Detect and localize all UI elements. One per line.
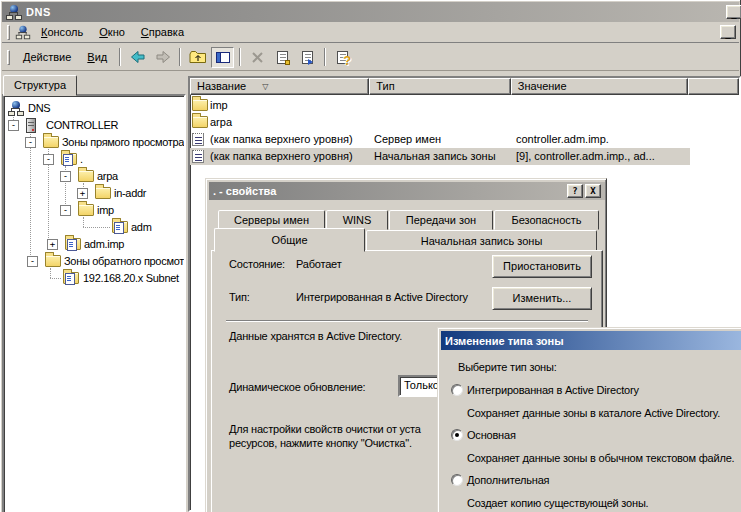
column-header-name[interactable]: Название ▽ bbox=[190, 78, 369, 95]
cell-name: imp bbox=[210, 97, 368, 113]
dialog-help-button[interactable]: ? bbox=[567, 184, 583, 198]
option-label-primary[interactable]: Основная bbox=[467, 428, 516, 442]
tree-item-label: Зоны прямого просмотра bbox=[62, 134, 184, 150]
menubar-gripper[interactable] bbox=[7, 25, 10, 40]
help-icon: ? bbox=[337, 51, 348, 64]
properties-button[interactable] bbox=[271, 47, 294, 68]
tab-name-servers[interactable]: Серверы имен bbox=[218, 210, 325, 230]
tree-expander[interactable]: - bbox=[60, 171, 71, 182]
zone-folder-icon bbox=[61, 153, 77, 165]
minimize-button[interactable]: _ bbox=[726, 5, 741, 19]
option-label-ad-integrated[interactable]: Интегрированная в Active Directory bbox=[467, 383, 639, 397]
up-one-level-icon bbox=[189, 50, 207, 64]
console-tree-panel: DNS - CONTROLLER - Зоны прямого просмотр… bbox=[2, 94, 186, 512]
toolbar-separator bbox=[119, 48, 121, 66]
tree-item-dns[interactable]: DNS bbox=[4, 100, 184, 117]
cell-name: arpa bbox=[210, 114, 368, 130]
forward-button[interactable] bbox=[151, 47, 174, 68]
tab-general[interactable]: Общие bbox=[214, 228, 365, 252]
menu-bar: Консоль Окно Справка _ bbox=[2, 22, 739, 43]
column-header-value[interactable]: Значение bbox=[511, 78, 688, 95]
menu-view[interactable]: Вид bbox=[79, 49, 115, 65]
menu-window[interactable]: Окно bbox=[91, 24, 133, 40]
folder-icon bbox=[78, 204, 94, 216]
tree-item-adm[interactable]: adm bbox=[4, 219, 184, 236]
tree-expander[interactable]: - bbox=[60, 205, 71, 216]
action-toolbar: Действие Вид ? bbox=[2, 44, 739, 71]
radio-primary[interactable] bbox=[451, 429, 463, 441]
tree-item-label: adm bbox=[131, 219, 152, 235]
tree-item-label: CONTROLLER bbox=[46, 117, 118, 133]
export-list-button[interactable] bbox=[296, 47, 319, 68]
tab-security[interactable]: Безопасность bbox=[494, 210, 599, 230]
list-row-arpa[interactable]: arpa bbox=[190, 114, 690, 131]
tab-wins[interactable]: WINS bbox=[326, 210, 388, 230]
back-button[interactable] bbox=[126, 47, 149, 68]
change-type-button[interactable]: Изменить... bbox=[492, 287, 592, 310]
tree-item-reverse-zones[interactable]: - Зоны обратного просмотра bbox=[4, 253, 184, 270]
toolbar-separator bbox=[239, 48, 241, 66]
tree-expander[interactable]: - bbox=[43, 154, 54, 165]
option-label-secondary[interactable]: Дополнительная bbox=[467, 473, 549, 487]
structure-tab[interactable]: Структура bbox=[3, 75, 77, 96]
tree-item-adm-imp[interactable]: + adm.imp bbox=[4, 236, 184, 253]
folder-icon bbox=[95, 187, 111, 199]
tree-item-controller[interactable]: - CONTROLLER bbox=[4, 117, 184, 134]
properties-icon bbox=[277, 51, 288, 64]
forward-arrow-icon bbox=[155, 50, 171, 64]
aging-note-line2: ресурсов, нажмите кнопку "Очистка". bbox=[229, 436, 412, 450]
delete-button[interactable] bbox=[246, 47, 269, 68]
tree-expander[interactable]: - bbox=[25, 137, 36, 148]
tree-item-root-zone[interactable]: - . bbox=[4, 151, 184, 168]
tree-item-imp[interactable]: - imp bbox=[4, 202, 184, 219]
column-label: Значение bbox=[518, 80, 567, 93]
option-desc-secondary: Создает копию существующей зоны. bbox=[467, 496, 648, 510]
toolbar-gripper[interactable] bbox=[7, 50, 10, 65]
tree-item-forward-zones[interactable]: - Зоны прямого просмотра bbox=[4, 134, 184, 151]
list-row-ns-record[interactable]: (как папка верхнего уровня) Сервер имен … bbox=[190, 131, 690, 148]
pause-button[interactable]: Приостановить bbox=[492, 255, 592, 278]
back-arrow-icon bbox=[130, 50, 146, 64]
up-one-level-button[interactable] bbox=[186, 47, 209, 68]
tree-item-label: imp bbox=[97, 202, 114, 218]
toolbar-separator bbox=[179, 48, 181, 66]
tree-expander[interactable]: + bbox=[47, 239, 58, 250]
dialog-titlebar: . - свойства ? X bbox=[209, 182, 605, 200]
server-icon bbox=[26, 118, 36, 133]
dialog-close-button[interactable]: X bbox=[585, 184, 601, 198]
tab-zone-transfers[interactable]: Передачи зон bbox=[389, 210, 493, 230]
menu-help[interactable]: Справка bbox=[133, 24, 192, 40]
tree-item-arpa[interactable]: - arpa bbox=[4, 168, 184, 185]
zone-folder-icon bbox=[112, 221, 128, 233]
tree-item-label: DNS bbox=[28, 100, 50, 116]
tree-item-in-addr[interactable]: + in-addr bbox=[4, 185, 184, 202]
menu-console[interactable]: Консоль bbox=[33, 24, 91, 40]
help-button[interactable]: ? bbox=[331, 47, 354, 68]
tree-expander[interactable]: + bbox=[77, 188, 88, 199]
column-header-type[interactable]: Тип bbox=[369, 78, 510, 95]
list-row-soa-record[interactable]: (как папка верхнего уровня) Начальная за… bbox=[190, 148, 690, 165]
status-value: Работает bbox=[296, 257, 342, 271]
record-icon bbox=[192, 150, 204, 163]
column-header-empty[interactable] bbox=[688, 78, 739, 95]
menu-action[interactable]: Действие bbox=[15, 49, 79, 65]
tree-item-subnet[interactable]: 192.168.20.x Subnet bbox=[4, 270, 184, 287]
tree-expander[interactable]: - bbox=[8, 120, 19, 131]
folder-icon bbox=[192, 116, 208, 128]
folder-icon bbox=[43, 136, 59, 148]
menubar-minimize-button[interactable]: _ bbox=[720, 25, 736, 39]
radio-ad-integrated[interactable] bbox=[451, 384, 463, 396]
radio-secondary[interactable] bbox=[451, 474, 463, 486]
tab-soa-record[interactable]: Начальная запись зоны bbox=[366, 230, 597, 251]
folder-icon bbox=[78, 170, 94, 182]
column-label: Тип bbox=[376, 80, 394, 93]
tree-expander[interactable]: - bbox=[27, 256, 38, 267]
show-hide-tree-button[interactable] bbox=[211, 47, 234, 68]
option-desc-primary: Сохраняет данные зоны в обычном текстово… bbox=[467, 451, 734, 465]
type-value: Интегрированная в Active Directory bbox=[296, 290, 468, 304]
dialog-title: . - свойства bbox=[213, 185, 276, 197]
list-row-imp[interactable]: imp bbox=[190, 97, 690, 114]
tree-item-label: adm.imp bbox=[84, 236, 124, 252]
sort-desc-icon: ▽ bbox=[262, 80, 268, 93]
record-icon bbox=[192, 133, 204, 146]
